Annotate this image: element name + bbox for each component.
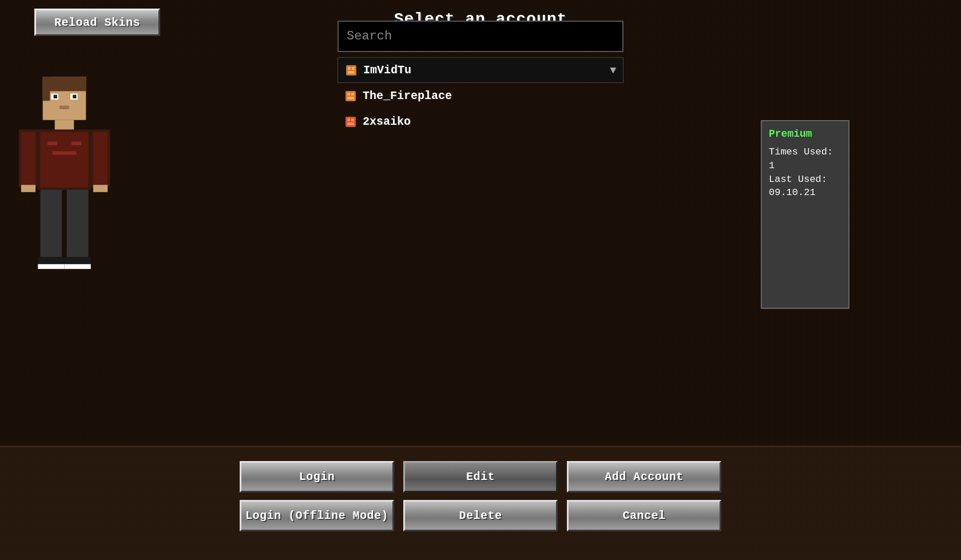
svg-rect-1	[348, 67, 351, 70]
account-item-2xsaiko[interactable]: 2xsaiko	[337, 109, 624, 134]
account-type-label: Premium	[769, 128, 841, 140]
svg-rect-3	[348, 71, 355, 74]
dropdown-arrow-icon: ▼	[610, 65, 616, 76]
svg-rect-25	[53, 151, 77, 154]
svg-rect-24	[72, 142, 81, 145]
login-button[interactable]: Login	[240, 461, 394, 493]
svg-rect-6	[351, 93, 354, 96]
account-times-used-label: Times Used: 1 Last Used: 09.10.21	[769, 145, 841, 200]
delete-button[interactable]: Delete	[403, 500, 558, 531]
svg-rect-36	[38, 264, 64, 269]
svg-rect-29	[93, 132, 108, 185]
account-icon-2	[344, 90, 357, 102]
svg-rect-18	[73, 95, 76, 98]
account-info-panel: Premium Times Used: 1 Last Used: 09.10.2…	[761, 120, 849, 309]
svg-rect-7	[347, 97, 354, 100]
svg-rect-19	[59, 106, 69, 109]
reload-skins-button[interactable]: Reload Skins	[34, 9, 160, 36]
account-name-imvidtu: ImVidTu	[363, 63, 411, 77]
svg-rect-10	[351, 118, 354, 121]
svg-rect-9	[347, 118, 350, 121]
svg-rect-30	[21, 185, 35, 192]
button-row-1: Login Edit Add Account	[240, 461, 721, 493]
svg-rect-33	[67, 190, 89, 262]
svg-rect-2	[352, 67, 355, 70]
login-offline-button[interactable]: Login (Offline Mode)	[240, 500, 394, 531]
svg-rect-17	[54, 95, 57, 98]
character-preview	[14, 74, 114, 315]
button-row-2: Login (Offline Mode) Delete Cancel	[240, 500, 721, 531]
svg-rect-11	[347, 122, 354, 125]
svg-rect-4	[346, 91, 356, 101]
svg-rect-5	[347, 93, 350, 96]
svg-rect-0	[346, 65, 356, 76]
account-name-thefireplace: The_Fireplace	[363, 89, 452, 102]
account-item-imvidtu[interactable]: ImVidTu ▼	[337, 57, 624, 83]
svg-rect-37	[65, 264, 91, 269]
edit-button[interactable]: Edit	[403, 461, 558, 493]
account-icon-3	[344, 116, 357, 128]
search-input[interactable]	[337, 21, 624, 52]
account-name-2xsaiko: 2xsaiko	[363, 115, 411, 128]
account-list: ImVidTu ▼ The_Fireplace 2xsaiko	[337, 57, 624, 134]
svg-rect-32	[41, 190, 62, 262]
account-item-thefireplace[interactable]: The_Fireplace	[337, 83, 624, 109]
svg-rect-8	[346, 117, 356, 127]
add-account-button[interactable]: Add Account	[567, 461, 721, 493]
svg-rect-14	[43, 77, 50, 101]
svg-rect-23	[47, 142, 57, 145]
account-icon-premium	[345, 64, 358, 77]
svg-rect-22	[41, 132, 89, 188]
cancel-button[interactable]: Cancel	[567, 500, 721, 531]
svg-rect-20	[55, 120, 74, 130]
svg-rect-31	[93, 185, 108, 192]
svg-rect-28	[21, 132, 35, 185]
